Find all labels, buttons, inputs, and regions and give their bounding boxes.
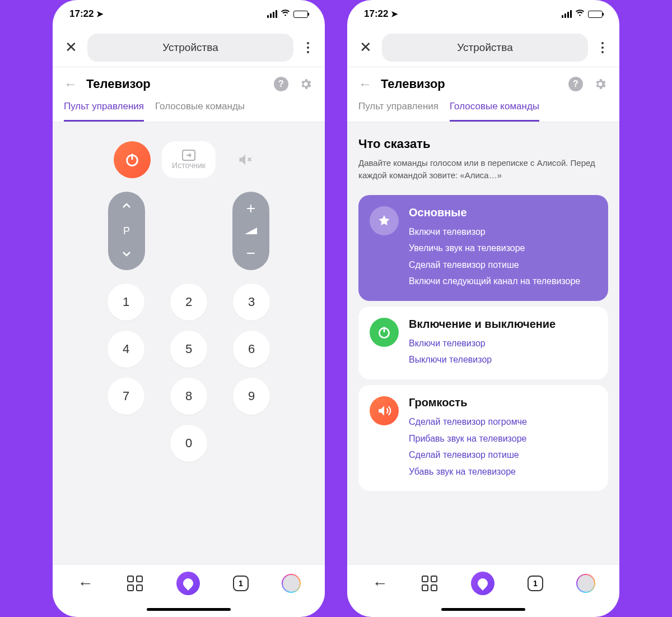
- numkey-2[interactable]: 2: [170, 284, 207, 321]
- nav-alice-icon[interactable]: [176, 572, 200, 595]
- tab-remote-label: Пульт управления: [64, 101, 144, 112]
- voice-command: Увеличь звук на телевизоре: [409, 240, 597, 257]
- voice-description: Давайте команды голосом или в переписке …: [358, 157, 608, 182]
- star-icon: [370, 206, 399, 235]
- numkey-8[interactable]: 8: [170, 378, 207, 415]
- volume-icon: [245, 228, 257, 234]
- numkey-7[interactable]: 7: [108, 378, 144, 415]
- volume-icon: [370, 396, 399, 425]
- nav-tabs-count: 1: [533, 579, 538, 588]
- voice-command: Включи телевизор: [409, 224, 597, 240]
- bottom-nav: ← 1: [53, 564, 325, 601]
- card-body: Громкость Сделай телевизор погромче Приб…: [409, 396, 597, 480]
- nav-tabs-count: 1: [239, 579, 243, 588]
- nav-avatar-icon[interactable]: [576, 574, 595, 593]
- remote-content: Источник P + − 1 2 3 4 5 6: [53, 122, 325, 564]
- home-indicator-wrap: [347, 601, 619, 617]
- help-icon[interactable]: ?: [273, 76, 289, 92]
- voice-command: Убавь звук на телевизоре: [409, 463, 597, 480]
- voice-header: Что сказать Давайте команды голосом или …: [347, 122, 619, 189]
- back-arrow-icon[interactable]: ←: [358, 76, 372, 92]
- status-indicators: [562, 10, 603, 18]
- channel-label: P: [123, 225, 130, 237]
- kebab-menu-icon[interactable]: [301, 39, 315, 56]
- card-title: Включение и выключение: [409, 318, 597, 331]
- cellular-signal-icon: [267, 10, 277, 18]
- wifi-icon: [575, 10, 585, 18]
- voice-command: Сделай телевизор погромче: [409, 414, 597, 430]
- status-bar: 17:22 ➤: [347, 0, 619, 28]
- nav-alice-icon[interactable]: [471, 572, 494, 595]
- location-arrow-icon: ➤: [391, 9, 398, 19]
- numkey-1[interactable]: 1: [108, 284, 144, 321]
- source-button[interactable]: Источник: [162, 141, 216, 178]
- voice-command: Включи следующий канал на телевизоре: [409, 273, 597, 290]
- tab-remote-label: Пульт управления: [358, 101, 438, 112]
- numkey-5[interactable]: 5: [170, 331, 207, 368]
- voice-card-volume[interactable]: Громкость Сделай телевизор погромче Приб…: [358, 385, 608, 491]
- volume-down-button[interactable]: −: [246, 245, 255, 261]
- voice-heading: Что сказать: [358, 137, 608, 151]
- power-button[interactable]: [114, 141, 151, 178]
- home-indicator-wrap: [53, 601, 325, 617]
- phone-voice: 17:22 ➤ ✕ Устройства ← Телевизор ? Пульт…: [347, 0, 619, 617]
- nav-tabs-icon[interactable]: 1: [528, 576, 543, 591]
- settings-gear-icon[interactable]: [298, 76, 314, 92]
- tabs: Пульт управления Голосовые команды: [53, 101, 325, 122]
- channel-down-button[interactable]: [122, 249, 132, 261]
- nav-avatar-icon[interactable]: [282, 574, 301, 593]
- home-indicator[interactable]: [441, 608, 525, 611]
- header-pill[interactable]: Устройства: [87, 34, 293, 62]
- volume-up-button[interactable]: +: [246, 201, 255, 216]
- remote-top-row: Источник: [53, 122, 325, 188]
- numkey-9[interactable]: 9: [233, 378, 270, 415]
- status-bar: 17:22 ➤: [53, 0, 325, 28]
- tab-voice-label: Голосовые команды: [450, 101, 539, 112]
- back-arrow-icon[interactable]: ←: [64, 76, 77, 92]
- volume-pill: + −: [232, 192, 269, 270]
- close-icon[interactable]: ✕: [357, 36, 374, 58]
- battery-icon: [293, 11, 308, 18]
- status-time-wrap: 17:22 ➤: [364, 8, 398, 20]
- nav-apps-icon[interactable]: [421, 575, 438, 592]
- numkey-4[interactable]: 4: [108, 331, 144, 368]
- status-time: 17:22: [69, 8, 94, 19]
- tab-voice[interactable]: Голосовые команды: [450, 101, 539, 122]
- tab-remote[interactable]: Пульт управления: [358, 101, 438, 122]
- voice-card-main[interactable]: Основные Включи телевизор Увеличь звук н…: [358, 195, 608, 301]
- numkey-0[interactable]: 0: [170, 425, 207, 462]
- card-title: Основные: [409, 206, 597, 219]
- tab-voice[interactable]: Голосовые команды: [155, 101, 245, 122]
- help-icon[interactable]: ?: [568, 76, 584, 92]
- numkey-3[interactable]: 3: [233, 284, 270, 321]
- page-title: Телевизор: [381, 77, 559, 91]
- nav-tabs-icon[interactable]: 1: [233, 576, 249, 591]
- card-body: Включение и выключение Включи телевизор …: [409, 318, 597, 368]
- channel-up-button[interactable]: [122, 201, 132, 213]
- numkey-6[interactable]: 6: [233, 331, 270, 368]
- phone-remote: 17:22 ➤ ✕ Устройства ← Телевизор ? Пульт…: [53, 0, 325, 617]
- power-icon: [370, 318, 399, 347]
- tab-voice-label: Голосовые команды: [155, 101, 245, 112]
- location-arrow-icon: ➤: [96, 9, 104, 19]
- tab-remote[interactable]: Пульт управления: [64, 101, 144, 122]
- kebab-menu-icon[interactable]: [596, 39, 609, 56]
- number-pad: 1 2 3 4 5 6 7 8 9 0: [53, 284, 325, 479]
- mute-button[interactable]: [227, 141, 264, 178]
- card-body: Основные Включи телевизор Увеличь звук н…: [409, 206, 597, 290]
- header-pill[interactable]: Устройства: [382, 34, 588, 62]
- nav-apps-icon[interactable]: [127, 575, 143, 592]
- nav-back-icon[interactable]: ←: [77, 575, 94, 592]
- tabs: Пульт управления Голосовые команды: [347, 101, 619, 122]
- nav-back-icon[interactable]: ←: [371, 575, 388, 592]
- settings-gear-icon[interactable]: [592, 76, 608, 92]
- header-pill-label: Устройства: [457, 41, 512, 54]
- voice-command: Выключи телевизор: [409, 351, 597, 368]
- home-indicator[interactable]: [147, 608, 231, 611]
- status-time-wrap: 17:22 ➤: [69, 8, 104, 20]
- cellular-signal-icon: [562, 10, 572, 18]
- sub-header: ← Телевизор ?: [53, 67, 325, 101]
- voice-card-power[interactable]: Включение и выключение Включи телевизор …: [358, 307, 608, 379]
- close-icon[interactable]: ✕: [63, 36, 80, 58]
- voice-command: Сделай телевизор потише: [409, 257, 597, 273]
